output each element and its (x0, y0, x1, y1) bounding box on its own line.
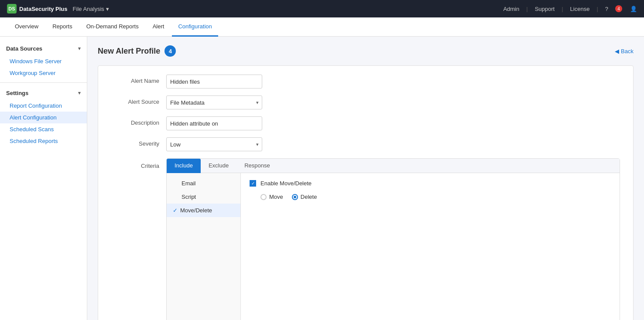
page-title-area: New Alert Profile 4 (98, 45, 176, 57)
sidebar-item-alert-configuration[interactable]: Alert Configuration (0, 112, 87, 123)
main-content: New Alert Profile 4 ◀ Back Alert Name Al… (87, 37, 644, 320)
severity-row: Severity Low Medium High ▾ (111, 137, 620, 151)
tab-on-demand-reports[interactable]: On-Demand Reports (80, 17, 145, 37)
criteria-detail-pane: ✓ Enable Move/Delete Move (241, 173, 620, 320)
separator2: | (562, 6, 563, 12)
sidebar-item-windows-file-server[interactable]: Windows File Server (0, 55, 87, 67)
enable-label: Enable Move/Delete (260, 180, 312, 187)
notification-badge[interactable]: 4 (615, 5, 623, 13)
radio-row: Move Delete (260, 194, 611, 200)
admin-link[interactable]: Admin (503, 6, 519, 12)
alert-name-row: Alert Name (111, 75, 620, 89)
separator3: | (596, 6, 598, 12)
sidebar-section-data-sources[interactable]: Data Sources ▾ (0, 42, 87, 55)
sidebar-item-scheduled-reports[interactable]: Scheduled Reports (0, 135, 87, 147)
license-link[interactable]: License (570, 6, 590, 12)
tab-exclude[interactable]: Exclude (201, 159, 236, 173)
enable-move-delete-row: ✓ Enable Move/Delete (250, 180, 611, 187)
checkmark-icon: ✓ (251, 181, 255, 186)
alert-source-select[interactable]: File Metadata File Activity Disk Usage (166, 95, 262, 109)
tab-configuration[interactable]: Configuration (172, 17, 218, 37)
settings-arrow-icon: ▾ (78, 90, 81, 96)
radio-move-circle (260, 194, 267, 200)
topbar-right: Admin | Support | License | ? 4 👤 (503, 5, 637, 13)
sidebar-section-settings[interactable]: Settings ▾ (0, 86, 87, 100)
list-item-move-delete[interactable]: ✓ Move/Delete (167, 204, 240, 217)
sidebar-item-workgroup-server[interactable]: Workgroup Server (0, 67, 87, 79)
criteria-row: Criteria Include Exclude Response (111, 158, 620, 320)
alert-source-row: Alert Source File Metadata File Activity… (111, 95, 620, 109)
tab-include[interactable]: Include (167, 159, 201, 173)
sidebar-item-scheduled-scans[interactable]: Scheduled Scans (0, 123, 87, 135)
radio-move[interactable]: Move (260, 194, 283, 200)
list-item-script[interactable]: Script (167, 190, 240, 204)
tab-overview[interactable]: Overview (9, 17, 45, 37)
list-item-email[interactable]: Email (167, 177, 240, 190)
criteria-label: Criteria (111, 158, 159, 169)
description-input[interactable] (166, 116, 262, 130)
data-sources-arrow-icon: ▾ (78, 46, 81, 51)
page-header: New Alert Profile 4 ◀ Back (98, 45, 634, 57)
module-arrow-icon: ▾ (106, 6, 109, 12)
enable-checkbox[interactable]: ✓ (250, 180, 256, 187)
topbar: DS DataSecurity Plus File Analysis ▾ Adm… (0, 0, 644, 17)
topbar-left: DS DataSecurity Plus File Analysis ▾ (7, 4, 109, 14)
settings-label: Settings (6, 90, 28, 96)
severity-select[interactable]: Low Medium High (166, 137, 262, 151)
separator1: | (526, 6, 528, 12)
back-button[interactable]: ◀ Back (615, 48, 634, 54)
severity-wrapper: Low Medium High ▾ (166, 137, 262, 151)
user-icon[interactable]: 👤 (630, 6, 637, 12)
sidebar-divider (0, 82, 87, 83)
severity-label: Severity (111, 137, 159, 147)
brand-icon: DS (7, 4, 17, 14)
criteria-body: Email Script ✓ Move/Delete (167, 173, 620, 320)
data-sources-label: Data Sources (6, 45, 42, 52)
move-delete-check-icon: ✓ (173, 207, 178, 214)
radio-move-label: Move (269, 194, 283, 200)
module-selector[interactable]: File Analysis ▾ (73, 6, 109, 12)
tab-response[interactable]: Response (236, 159, 278, 173)
page-title: New Alert Profile (98, 47, 160, 56)
brand: DS DataSecurity Plus (7, 4, 68, 14)
radio-delete-circle (292, 194, 298, 200)
support-link[interactable]: Support (535, 6, 555, 12)
brand-name: DataSecurity Plus (19, 6, 68, 12)
subnav: Overview Reports On-Demand Reports Alert… (0, 17, 644, 37)
radio-delete[interactable]: Delete (292, 194, 317, 200)
description-row: Description (111, 116, 620, 130)
module-label: File Analysis (73, 6, 104, 12)
layout: Data Sources ▾ Windows File Server Workg… (0, 37, 644, 320)
tab-reports[interactable]: Reports (46, 17, 79, 37)
criteria-list-pane: Email Script ✓ Move/Delete (167, 173, 241, 320)
alert-name-input[interactable] (166, 75, 262, 89)
alert-source-label: Alert Source (111, 95, 159, 105)
step-badge: 4 (164, 45, 176, 57)
sidebar-item-report-configuration[interactable]: Report Configuration (0, 100, 87, 112)
radio-delete-label: Delete (301, 194, 317, 200)
help-link[interactable]: ? (605, 6, 608, 12)
description-label: Description (111, 116, 159, 126)
form-section: Alert Name Alert Source File Metadata Fi… (98, 65, 634, 320)
criteria-content: Include Exclude Response (166, 158, 620, 320)
sidebar: Data Sources ▾ Windows File Server Workg… (0, 37, 87, 320)
alert-source-wrapper: File Metadata File Activity Disk Usage ▾ (166, 95, 262, 109)
tab-alert[interactable]: Alert (147, 17, 171, 37)
criteria-tabs: Include Exclude Response (167, 159, 620, 173)
alert-name-label: Alert Name (111, 75, 159, 84)
